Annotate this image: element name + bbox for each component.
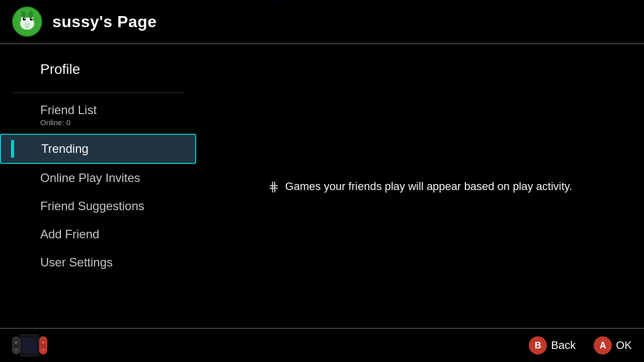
sidebar-divider — [12, 93, 184, 93]
page-title: sussy's Page — [52, 13, 157, 31]
sidebar-item-online-play-invites[interactable]: Online Play Invites — [0, 164, 196, 192]
sidebar: ProfileFriend ListOnline: 0TrendingOnlin… — [0, 45, 196, 328]
sidebar-item-add-friend[interactable]: Add Friend — [0, 220, 196, 248]
svg-point-5 — [30, 18, 33, 21]
svg-point-7 — [31, 18, 32, 19]
sidebar-item-friend-suggestions[interactable]: Friend Suggestions — [0, 192, 196, 220]
sidebar-item-user-settings[interactable]: User Settings — [0, 248, 196, 277]
bottom-bar: B Back A OK — [0, 328, 644, 362]
sidebar-item-trending[interactable]: Trending — [0, 134, 196, 164]
sidebar-item-profile[interactable]: Profile — [0, 49, 196, 89]
avatar — [12, 7, 42, 37]
back-label: Back — [551, 339, 576, 352]
svg-point-21 — [42, 348, 45, 351]
svg-rect-17 — [22, 337, 37, 353]
svg-point-20 — [42, 341, 45, 344]
bottom-buttons: B Back A OK — [529, 336, 632, 354]
svg-point-13 — [15, 341, 18, 344]
b-button[interactable]: B — [529, 336, 547, 354]
switch-console-icon — [12, 334, 47, 356]
svg-point-14 — [15, 348, 18, 351]
back-action[interactable]: B Back — [529, 336, 576, 354]
ok-label: OK — [616, 339, 632, 352]
info-icon: ⋕ — [268, 179, 279, 195]
header: sussy's Page — [0, 0, 644, 44]
info-text: Games your friends play will appear base… — [285, 180, 573, 193]
ok-action[interactable]: A OK — [594, 336, 632, 354]
svg-point-6 — [24, 18, 25, 19]
svg-point-8 — [24, 23, 31, 27]
main-content: ⋕ Games your friends play will appear ba… — [196, 45, 644, 328]
sidebar-item-friend-list[interactable]: Friend ListOnline: 0 — [0, 96, 196, 134]
a-button[interactable]: A — [594, 336, 612, 354]
info-message: ⋕ Games your friends play will appear ba… — [268, 179, 573, 195]
svg-point-4 — [23, 18, 26, 21]
